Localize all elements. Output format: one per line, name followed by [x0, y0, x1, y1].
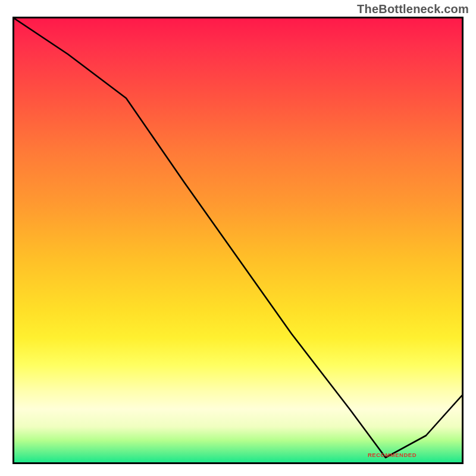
chart-plot-area: RECOMMENDED — [12, 17, 464, 464]
bottleneck-curve-path — [14, 18, 462, 458]
page-root: TheBottleneck.com RECOMMENDED — [0, 0, 476, 476]
recommended-label: RECOMMENDED — [368, 452, 416, 458]
chart-svg: RECOMMENDED — [14, 18, 462, 462]
watermark-text: TheBottleneck.com — [357, 2, 469, 16]
